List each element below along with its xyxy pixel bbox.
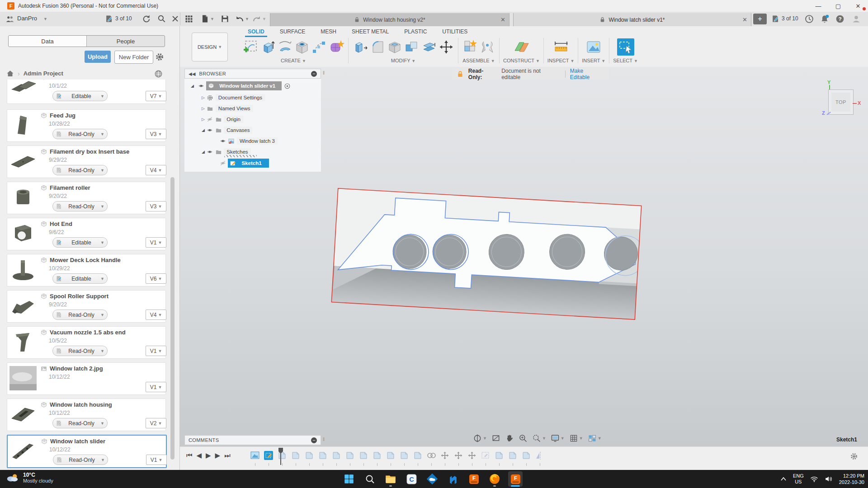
- file-icon[interactable]: [201, 14, 209, 23]
- timeline-feature-solid[interactable]: [413, 450, 424, 461]
- browser-root-component[interactable]: ◢ Window latch slider v1: [191, 81, 291, 91]
- timeline-playhead[interactable]: [278, 448, 283, 466]
- expanded-triangle-icon[interactable]: ◢: [202, 150, 205, 154]
- press-pull-icon[interactable]: [352, 39, 368, 55]
- redo-icon[interactable]: [252, 14, 261, 23]
- item-version-dropdown[interactable]: V1▼: [146, 237, 166, 248]
- step-forward-icon[interactable]: ▶: [215, 451, 221, 460]
- view-cube-face-top[interactable]: TOP: [828, 89, 854, 115]
- document-tab[interactable]: Window latch slider v1*✕: [513, 13, 751, 26]
- group-label[interactable]: CREATE ▼: [281, 58, 306, 63]
- taskbar-fusion-360-icon[interactable]: F: [467, 471, 481, 487]
- create-sketch-icon[interactable]: [242, 39, 259, 55]
- list-item[interactable]: Filament dry box Insert base9/29/22Read-…: [7, 145, 166, 178]
- zoom-icon[interactable]: [519, 434, 528, 443]
- timeline-feature-solid[interactable]: [508, 450, 519, 461]
- revolve-icon[interactable]: [277, 39, 293, 55]
- new-component-icon[interactable]: [462, 39, 478, 55]
- hidden-icons-chevron[interactable]: [780, 477, 787, 481]
- timeline-feature-solid[interactable]: [386, 450, 396, 461]
- taskbar-windows-start-icon[interactable]: [342, 471, 356, 487]
- timeline-feature-solid[interactable]: [318, 450, 329, 461]
- item-status-dropdown[interactable]: Read-Only▼: [52, 418, 108, 428]
- modeling-canvas[interactable]: ◀◀ BROWSER − ‖ ◢ Window latch slider v1 …: [180, 67, 868, 446]
- close-panel-icon[interactable]: [171, 14, 179, 23]
- group-label[interactable]: SELECT ▼: [613, 58, 638, 63]
- collapse-panel-icon[interactable]: ◀◀: [189, 71, 195, 76]
- timeline-feature-sketch[interactable]: [481, 450, 491, 461]
- chevron-down-icon[interactable]: ▼: [210, 17, 214, 21]
- breadcrumb-project[interactable]: Admin Project: [24, 70, 63, 77]
- tab-data[interactable]: Data: [9, 36, 87, 47]
- list-item[interactable]: Spool Roller Support9/20/22Read-Only▼V4▼: [7, 290, 166, 323]
- job-pencil-icon[interactable]: [105, 14, 113, 23]
- ribbon-tab-mesh[interactable]: MESH: [320, 27, 337, 37]
- job-pencil-icon[interactable]: [771, 14, 780, 23]
- save-icon[interactable]: [221, 14, 229, 23]
- chevron-down-icon[interactable]: ▼: [262, 17, 266, 21]
- display-settings-icon[interactable]: ▼: [551, 434, 565, 443]
- timeline-feature-move[interactable]: [467, 450, 478, 461]
- browser-node-canvases[interactable]: ◢ Canvases: [202, 125, 252, 135]
- timeline-feature-solid[interactable]: [359, 450, 369, 461]
- eye-on-icon[interactable]: [220, 138, 226, 144]
- account-icon[interactable]: [852, 14, 861, 23]
- timeline-feature-sketch-current[interactable]: [264, 450, 274, 461]
- close-tab-icon[interactable]: ✕: [500, 16, 505, 23]
- pan-icon[interactable]: [505, 434, 514, 443]
- spline-icon[interactable]: [311, 39, 327, 55]
- eye-on-icon[interactable]: [207, 149, 213, 155]
- orbit-icon[interactable]: ▼: [473, 434, 487, 443]
- fit-icon[interactable]: ▼: [532, 434, 546, 443]
- list-item[interactable]: Window latch slider10/12/22Read-Only▼V1▼: [7, 435, 167, 468]
- hole-icon[interactable]: [294, 39, 310, 55]
- move-icon[interactable]: [438, 39, 454, 55]
- speaker-icon[interactable]: [825, 476, 833, 482]
- item-version-dropdown[interactable]: V4▼: [146, 310, 166, 320]
- view-cube[interactable]: Y TOP X Z: [824, 81, 855, 113]
- timeline-feature-move[interactable]: [440, 450, 451, 461]
- new-folder-button[interactable]: New Folder: [114, 51, 153, 64]
- taskbar-blue-n-app-icon[interactable]: [446, 471, 460, 487]
- collapsed-triangle-icon[interactable]: ▷: [202, 95, 205, 100]
- document-tab[interactable]: Window latch housing v2*✕: [270, 13, 509, 26]
- upload-button[interactable]: Upload: [85, 51, 111, 63]
- item-version-dropdown[interactable]: V4▼: [146, 165, 166, 175]
- taskbar-search-icon[interactable]: [363, 471, 377, 487]
- item-version-dropdown[interactable]: V2▼: [146, 418, 166, 428]
- group-label[interactable]: INSPECT ▼: [547, 58, 574, 63]
- browser-node-named-views[interactable]: ▷ Named Views: [202, 103, 253, 113]
- item-status-dropdown[interactable]: Read-Only▼: [52, 310, 108, 320]
- select-icon[interactable]: [617, 38, 634, 56]
- globe-icon[interactable]: [154, 70, 163, 78]
- gear-icon[interactable]: [155, 52, 164, 61]
- timeline-feature-solid[interactable]: [494, 450, 505, 461]
- minimize-panel-icon[interactable]: −: [311, 71, 317, 77]
- eye-off-icon[interactable]: [207, 116, 213, 122]
- go-to-end-icon[interactable]: ⏭: [224, 451, 231, 460]
- minimize-panel-icon[interactable]: −: [311, 437, 317, 443]
- history-clock-icon[interactable]: [805, 14, 814, 23]
- browser-node-sketch1[interactable]: Sketch1: [220, 158, 269, 168]
- eye-off-icon[interactable]: [220, 160, 226, 166]
- language-indicator[interactable]: ENGUS: [793, 473, 804, 485]
- timeline-feature-solid[interactable]: [331, 450, 342, 461]
- panel-resize-handle[interactable]: ‖: [323, 70, 325, 75]
- collapsed-triangle-icon[interactable]: ▷: [202, 106, 205, 111]
- refresh-icon[interactable]: [142, 14, 151, 23]
- search-icon[interactable]: [157, 14, 166, 23]
- item-status-dropdown[interactable]: Read-Only▼: [52, 201, 108, 211]
- item-status-dropdown[interactable]: Editable▼: [52, 237, 108, 248]
- ribbon-tab-plastic[interactable]: PLASTIC: [403, 27, 428, 37]
- item-version-dropdown[interactable]: V3▼: [146, 201, 166, 211]
- browser-node-window-latch-3[interactable]: Window latch 3: [220, 136, 278, 146]
- timeline-feature-solid[interactable]: [521, 450, 532, 461]
- expanded-triangle-icon[interactable]: ◢: [191, 84, 194, 88]
- timeline-feature-solid[interactable]: [345, 450, 356, 461]
- timeline-settings-gear-icon[interactable]: [850, 452, 858, 460]
- browser-header[interactable]: ◀◀ BROWSER −: [184, 69, 321, 79]
- item-status-dropdown[interactable]: Read-Only▼: [52, 346, 108, 356]
- item-status-dropdown[interactable]: Read-Only▼: [52, 165, 108, 175]
- timeline-feature-solid[interactable]: [304, 450, 315, 461]
- play-icon[interactable]: ▶: [206, 451, 211, 460]
